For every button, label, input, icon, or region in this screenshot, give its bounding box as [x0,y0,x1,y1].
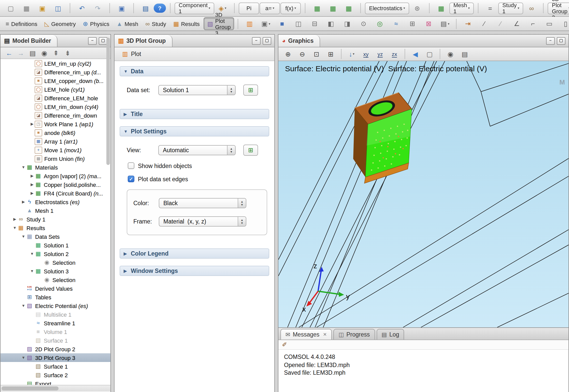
tree-item-results[interactable]: ▼▦Results [1,223,110,232]
frame-select[interactable]: Material (x, y, z) ▲▼ [159,216,246,227]
physics-button[interactable]: ⊛Physics [80,18,112,30]
tab-log[interactable]: ▤Log [376,329,404,340]
physics-selector[interactable]: Electrostatics▾ [365,2,409,14]
tree-item-data-sets[interactable]: ▼▦Data Sets [1,232,110,241]
tree-expand-icon[interactable]: ▶ [30,191,35,195]
minimize-panel-button[interactable]: – [88,37,97,45]
waves-icon[interactable]: ≈ [389,18,404,30]
tree-item-study-1[interactable]: ▶∞Study 1 [1,215,110,223]
tree-item-form-union[interactable]: ▩Form Union(fin) [1,154,110,163]
maximize-panel-button[interactable]: ▢ [99,37,107,45]
settings-tab[interactable]: ▥ 3D Plot Group [115,35,172,47]
tree-item-selection[interactable]: ◉Selection [1,275,110,284]
save-icon[interactable]: ◫ [50,2,66,14]
tree-item-lem-hole[interactable]: ◯LEM_hole(cyl1) [1,85,110,94]
tree-expand-icon[interactable]: ▶ [30,182,35,187]
tree-item-tables[interactable]: ⊞Tables [1,293,110,301]
close-tab-icon[interactable]: ✕ [323,332,327,337]
tab-messages[interactable]: ✉Messages✕ [280,329,332,340]
tab-progress[interactable]: ◫Progress [333,329,375,340]
green-table-icon-1[interactable]: ▦ [309,2,325,14]
tree-item-mesh-1[interactable]: ▲Mesh 1 [1,206,110,215]
forward-icon[interactable]: → [17,48,25,58]
tree-item-fr4-circuit-board[interactable]: ▶▦FR4 (Circuit Board)(n... [1,189,110,198]
tree-item-move-1[interactable]: +Move 1(mov1) [1,146,110,154]
collapse-all-icon[interactable]: ⇞ [52,48,60,58]
section-color-legend[interactable]: ▶ Color Legend [120,248,269,259]
scene-light-icon[interactable]: ◀ [409,48,422,60]
redo-icon[interactable]: ↷ [90,2,105,14]
duplicate-window-icon[interactable]: ▣ [114,2,129,14]
image-snapshot-icon[interactable]: ◉ [444,48,457,60]
section-data[interactable]: ▼ Data [120,66,269,76]
scrollbar-thumb[interactable] [2,386,59,390]
swirl-icon[interactable]: ◎ [372,18,388,30]
green-table-icon-3[interactable]: ▦ [341,2,356,14]
show-hidden-checkbox[interactable] [128,162,134,169]
results-button[interactable]: ▦Results [170,18,203,30]
tree-collapse-icon[interactable]: ▼ [21,303,26,308]
graphics-tab[interactable]: ◕ Graphics [278,35,320,47]
tree-item-multislice-1[interactable]: ▤Multislice 1 [1,310,110,319]
help-icon[interactable]: ? [154,4,166,13]
print-window-icon[interactable]: ▤▾ [437,18,453,30]
square-tool-icon[interactable]: ▯ [558,18,569,30]
mesh-button[interactable]: ▲Mesh [113,18,141,30]
corner-tool-icon[interactable]: ⌐ [525,18,541,30]
physics-gear-icon[interactable]: ⊛ [410,2,425,14]
section-title[interactable]: ▶ Title [120,109,269,119]
tree-item-difference-lem-hole[interactable]: ◪Difference_LEM_hole [1,94,110,102]
tree-item-work-plane-1[interactable]: ▶◳Work Plane 1(wp1) [1,120,110,128]
expand-all-icon[interactable]: ⇟ [64,48,72,58]
view-select[interactable]: Automatic ▲▼ [158,145,236,155]
plot-edges-checkbox[interactable]: ✓ [128,176,134,182]
geometry-button[interactable]: ◺Geometry [41,18,79,30]
window-right-icon[interactable]: ◨ [340,18,355,30]
view-xy-button[interactable]: xy [359,48,373,60]
tree-expand-icon[interactable]: ▶ [12,217,17,221]
mesh-grid-icon[interactable]: ▦ [434,2,449,14]
compute-icon[interactable]: = [482,2,498,14]
tree-item-surface-1[interactable]: ▧Surface 1 [1,336,110,345]
tree-item-volume-1[interactable]: ■Volume 1 [1,327,110,336]
print-graphics-icon[interactable]: ▤ [458,48,471,60]
new-window-icon[interactable]: ▣▾ [258,18,274,30]
blue-window-icon[interactable]: ■ [275,18,290,30]
tree-item-lem-rim-down[interactable]: ◯LEM_rim_down(cyl4) [1,102,110,111]
tree-expand-icon[interactable]: ▶ [30,174,35,178]
window-left-icon[interactable]: ◧ [323,18,339,30]
tree-collapse-icon[interactable]: ▼ [21,234,26,239]
tree-item-solution-1[interactable]: ▦Solution 1 [1,241,110,249]
go-to-default-view-icon[interactable]: ↓▾ [345,48,358,60]
tree-vertical-scrollbar[interactable] [106,36,110,361]
tree-item-selection[interactable]: ◉Selection [1,258,110,267]
tree-item-array-1[interactable]: ▦Array 1(arr1) [1,137,110,146]
tree-expand-icon[interactable]: ▶ [30,122,35,126]
tile-columns-icon[interactable]: ◫ [291,18,306,30]
edit-data-set-button[interactable]: ⊞ [243,85,258,96]
angle-tool-icon[interactable]: ∠ [509,18,524,30]
filter-icon[interactable]: ◉ [40,48,48,58]
plot-group-selector[interactable]: 3D Plot Group 3▾ [548,2,569,14]
parameters-button[interactable]: a=▾ [260,2,280,14]
plot-group-tab[interactable]: ▧3D Plot Group 3 [204,17,234,30]
functions-button[interactable]: f(x)▾ [280,2,301,14]
definitions-button[interactable]: ≡Definitions [3,18,40,30]
component-selector[interactable]: Component 1▾ [175,2,214,14]
tree-item-surface-1[interactable]: ▧Surface 1 [1,362,110,371]
tree-item-anode[interactable]: ■anode(blk6) [1,128,110,137]
plot-button[interactable]: ▥ Plot [119,50,145,58]
reset-view-icon[interactable]: ⇥ [460,18,476,30]
tree-horizontal-scrollbar[interactable] [1,385,110,391]
maximize-panel-button[interactable]: ▢ [557,37,565,45]
minimize-panel-button[interactable]: – [546,37,555,45]
rectangle-tool-icon[interactable]: ▭ [542,18,557,30]
tree-item-3d-plot-group-3[interactable]: ▼▧3D Plot Group 3 [1,353,110,362]
data-set-select[interactable]: Solution 1 ▲▼ [158,85,236,95]
clear-log-icon[interactable]: ✐ [282,341,287,348]
study-button[interactable]: ∞Study [142,18,169,30]
tree-item-difference-rim-down[interactable]: ◪Difference_rim_down [1,111,110,120]
back-icon[interactable]: ← [5,48,13,58]
tree-item-streamline-1[interactable]: ≈Streamline 1 [1,319,110,327]
variables-button[interactable]: Pi [239,2,259,14]
